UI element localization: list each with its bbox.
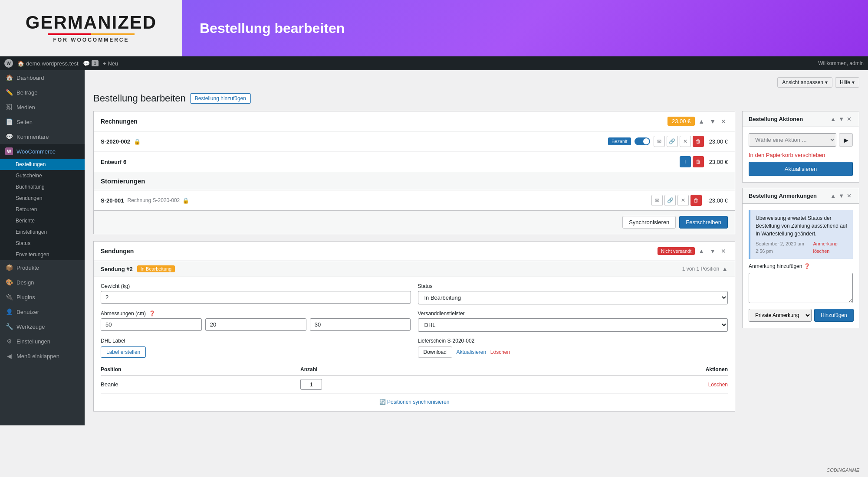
invoice1-toggle[interactable]: [635, 137, 650, 145]
weight-status-row: Gewicht (kg) Status In Bearbeitung: [101, 283, 728, 304]
shipment1-position: 1 von 1 Position ▲: [682, 265, 728, 272]
sidebar-item-seiten[interactable]: 📄 Seiten: [0, 114, 85, 129]
users-icon: 👤: [5, 308, 13, 316]
woo-submenu: Bestellungen Gutscheine Buchhaltung Send…: [0, 159, 85, 260]
note-textarea[interactable]: [749, 273, 853, 303]
sidebar-item-medien[interactable]: 🖼 Medien: [0, 100, 85, 114]
invoice2-delete-button[interactable]: 🗑: [693, 156, 704, 167]
sidebar-item-sendungen[interactable]: Sendungen: [0, 193, 85, 204]
sidebar-item-collapse[interactable]: ◀ Menü einklappen: [0, 349, 85, 363]
order-actions-toggle-up[interactable]: ▲: [829, 116, 837, 122]
wp-logo-icon[interactable]: W: [4, 59, 13, 68]
order-actions-close[interactable]: ✕: [845, 116, 853, 122]
home-icon: 🏠: [17, 60, 24, 67]
update-order-button[interactable]: Aktualisieren: [749, 162, 853, 176]
carrier-select[interactable]: DHL: [418, 318, 728, 332]
sync-positions-link[interactable]: Positionen synchronisieren: [387, 399, 449, 405]
shipment1-expand-button[interactable]: ▲: [722, 265, 728, 272]
sidebar-item-design[interactable]: 🎨 Design: [0, 275, 85, 290]
admin-bar-new[interactable]: + Neu: [103, 60, 118, 67]
note-help-icon[interactable]: ❓: [804, 263, 810, 269]
admin-bar-comments[interactable]: 💬 0: [83, 60, 99, 67]
sidebar-item-buchhaltung[interactable]: Buchhaltung: [0, 181, 85, 193]
dimensions-help-icon[interactable]: ❓: [149, 310, 155, 317]
notes-close[interactable]: ✕: [845, 193, 853, 199]
sidebar-item-einstellungen2[interactable]: ⚙ Einstellungen: [0, 334, 85, 349]
shipments-panel-toggle-down[interactable]: ▼: [708, 247, 717, 255]
order-actions-toggle-down[interactable]: ▼: [837, 116, 845, 122]
dim3-input[interactable]: [310, 318, 411, 331]
note-type-select[interactable]: Private Anmerkung Kundenanmerkung: [749, 309, 812, 322]
download-button[interactable]: Download: [418, 346, 452, 358]
hero-title-area: Bestellung bearbeiten: [182, 0, 868, 56]
trash-link[interactable]: In den Papierkorb verschieben: [749, 152, 825, 158]
sidebar-item-kommentare[interactable]: 💬 Kommentare: [0, 129, 85, 144]
pages-icon: 📄: [5, 118, 13, 126]
notes-panel-body: Überweisung erwartet Status der Bestellu…: [743, 204, 859, 328]
dim1-input[interactable]: [101, 318, 202, 331]
side-column: Bestellung Aktionen ▲ ▼ ✕ Wähle eine Akt…: [742, 111, 859, 333]
hilfe-button[interactable]: Hilfe ▾: [835, 77, 859, 88]
note-text: Überweisung erwartet Status der Bestellu…: [756, 214, 848, 238]
sidebar-item-produkte[interactable]: 📦 Produkte: [0, 260, 85, 275]
invoice1-email-button[interactable]: ✉: [654, 136, 665, 147]
cancel1-email-button[interactable]: ✉: [651, 195, 663, 206]
notes-toggle-up[interactable]: ▲: [829, 193, 837, 199]
update-link[interactable]: Aktualisieren: [457, 349, 487, 355]
invoice1-x-button[interactable]: ✕: [680, 136, 691, 147]
dimensions-carrier-row: Abmessungen (cm) ❓ Versanddi: [101, 310, 728, 332]
settings-icon: ⚙: [5, 337, 13, 345]
invoices-panel-close[interactable]: ✕: [719, 117, 728, 126]
invoice2-up-button[interactable]: ↑: [680, 156, 691, 167]
add-note-button[interactable]: Hinzufügen: [814, 309, 854, 322]
sidebar-item-berichte[interactable]: Berichte: [0, 215, 85, 226]
invoices-panel-toggle-up[interactable]: ▲: [697, 117, 706, 126]
commit-button[interactable]: Festschreiben: [679, 216, 728, 229]
invoice1-lock-icon: 🔒: [134, 138, 141, 145]
invoice1-link-button[interactable]: 🔗: [667, 136, 678, 147]
sidebar-item-werkzeuge[interactable]: 🔧 Werkzeuge: [0, 319, 85, 334]
admin-bar-site[interactable]: 🏠 demo.wordpress.test: [17, 60, 79, 67]
item-delete-link[interactable]: Löschen: [708, 382, 728, 388]
invoice1-delete-button[interactable]: 🗑: [693, 136, 704, 147]
cancel1-x-button[interactable]: ✕: [677, 195, 689, 206]
note-delete-link[interactable]: Anmerkung löschen: [813, 240, 848, 255]
status-label: Status: [418, 283, 728, 289]
action-go-button[interactable]: ▶: [839, 133, 853, 147]
action-select[interactable]: Wähle eine Aktion ...: [749, 133, 836, 147]
notes-toggle-down[interactable]: ▼: [837, 193, 845, 199]
notes-panel-header: Bestellung Anmerkungen ▲ ▼ ✕: [743, 188, 859, 204]
status-select[interactable]: In Bearbeitung: [418, 291, 728, 304]
invoices-total-amount: 23,00 €: [667, 117, 695, 126]
sidebar-item-retouren[interactable]: Retouren: [0, 204, 85, 215]
sidebar-item-einstellungen[interactable]: Einstellungen: [0, 226, 85, 238]
dim2-input[interactable]: [205, 318, 306, 331]
shipments-panel-close[interactable]: ✕: [719, 247, 728, 255]
delivery-note-actions: Download Aktualisieren Löschen: [418, 346, 728, 358]
sync-button[interactable]: Synchronisieren: [622, 216, 676, 229]
label-create-button[interactable]: Label erstellen: [101, 346, 146, 358]
sidebar-item-erweiterungen[interactable]: Erweiterungen: [0, 249, 85, 260]
logo-underline: [48, 33, 135, 35]
sidebar-item-status[interactable]: Status: [0, 238, 85, 249]
view-adjust-button[interactable]: Ansicht anpassen ▾: [777, 77, 832, 88]
weight-input[interactable]: [101, 291, 411, 304]
add-order-button[interactable]: Bestellung hinzufügen: [190, 93, 251, 104]
sidebar-item-plugins[interactable]: 🔌 Plugins: [0, 290, 85, 304]
sidebar-item-woocommerce[interactable]: W WooCommerce: [0, 144, 85, 159]
sync-icon: 🔄: [379, 399, 386, 405]
sidebar-item-benutzer[interactable]: 👤 Benutzer: [0, 304, 85, 319]
sidebar-item-bestellungen[interactable]: Bestellungen: [0, 159, 85, 170]
shipments-panel-toggle-up[interactable]: ▲: [697, 247, 706, 255]
invoices-panel-toggle-down[interactable]: ▼: [708, 117, 717, 126]
sidebar-item-dashboard[interactable]: 🏠 Dashboard: [0, 70, 85, 85]
delete-delivery-link[interactable]: Löschen: [490, 349, 510, 355]
sidebar-item-beitraege[interactable]: ✏️ Beiträge: [0, 85, 85, 100]
add-note-label: Anmerkung hinzufügen: [749, 263, 802, 269]
item-qty-input[interactable]: [300, 379, 322, 390]
cancel1-delete-button[interactable]: 🗑: [690, 195, 702, 206]
cancel1-link-button[interactable]: 🔗: [664, 195, 676, 206]
carrier-label: Versanddienstleister: [418, 310, 728, 317]
main-layout: 🏠 Dashboard ✏️ Beiträge 🖼 Medien 📄 Seite…: [0, 70, 868, 425]
sidebar-item-gutscheine[interactable]: Gutscheine: [0, 170, 85, 181]
